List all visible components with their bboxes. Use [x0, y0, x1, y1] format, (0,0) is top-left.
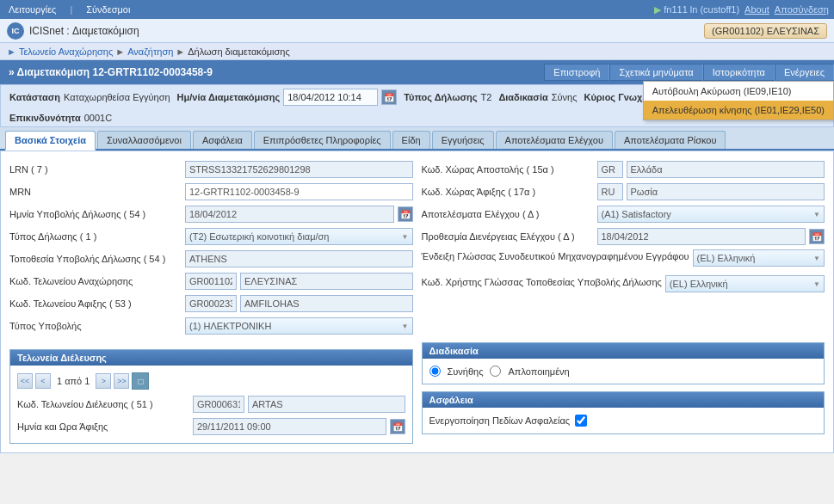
pag-last[interactable]: >>: [114, 373, 129, 389]
tipos-dil-select[interactable]: (T2) Εσωτερική κοινοτική διαμ/ση: [185, 228, 413, 245]
ref-badge: (GR001102) ΕΛΕΥΣΙΝΑΣ: [704, 23, 827, 39]
pag-next[interactable]: >: [96, 373, 111, 389]
kwd-xwras-apost-code[interactable]: [597, 161, 623, 178]
teloneia-title: Τελωνεία Διέλευσης: [10, 350, 412, 366]
kwd-xwras-afixis-desc[interactable]: [627, 183, 825, 200]
kwd-tel-diel-code[interactable]: [193, 396, 244, 413]
kwd-anach-label: Κωδ. Τελωνείου Αναχώρησης: [9, 276, 182, 286]
teloneia-section: Τελωνεία Διέλευσης << < 1 από 1 > >> □ Κ…: [9, 349, 413, 444]
epikindynotita-value: 0001C: [84, 113, 112, 123]
pag-info: 1 από 1: [53, 376, 93, 386]
btn-sxetika[interactable]: Σχετικά μηνύματα: [609, 64, 702, 81]
tab-apotel-elegxou[interactable]: Αποτελέσματα Ελέγχου: [496, 131, 613, 149]
breadcrumb-item-1[interactable]: Αναζήτηση: [127, 46, 173, 57]
mrn-label: MRN: [9, 187, 182, 197]
dropdown-item-1[interactable]: Απελευθέρωση κίνησης (ΙΕ01,ΙΕ29,ΙΕ50): [644, 101, 833, 120]
kwd-xrhstis-select[interactable]: (EL) Ελληνική: [665, 275, 825, 292]
app-logo: IC: [7, 22, 24, 40]
tipos-ypov-select[interactable]: (1) ΗΛΕΚΤΡΟΝΙΚΗ: [185, 317, 413, 335]
asfaleia-title: Ασφάλεια: [423, 392, 825, 408]
tab-asfaleia[interactable]: Ασφάλεια: [193, 131, 252, 149]
btn-epistrofi[interactable]: Επιστροφή: [544, 64, 609, 81]
asfaleia-box: Ασφάλεια Ενεργοποίηση Πεδίων Ασφαλείας: [422, 391, 825, 434]
diadikasia-aplopoiimeni-label: Απλοποιημένη: [508, 366, 569, 377]
hm-label: Ημ/νία Διαμετακόμισης: [177, 92, 281, 102]
hm-ypovolis-input[interactable]: [185, 206, 394, 223]
page-title: » Διαμετακόμιση 12-GRTR1102-0003458-9: [0, 66, 544, 78]
tipos-ypov-label: Τύπος Υποβολής: [9, 321, 182, 331]
katastasi-label: Κατάσταση: [9, 92, 60, 102]
kwd-xwras-afixis-code[interactable]: [597, 183, 623, 200]
kwd-xwras-apost-desc[interactable]: [627, 161, 825, 178]
hm-ypovolis-label: Ημνία Υποβολής Δήλωσης ( 54 ): [9, 209, 182, 219]
menu-leitourgies[interactable]: Λειτουργίες: [5, 4, 59, 15]
main-header: » Διαμετακόμιση 12-GRTR1102-0003458-9 Επ…: [0, 60, 834, 84]
tipos-dil-label: Τύπος Δήλωσης ( 1 ): [9, 231, 182, 242]
energeies-dropdown: Αυτόβουλη Ακύρωση (ΙΕ09,ΙΕ10) Απελευθέρω…: [643, 81, 834, 120]
dropdown-item-0[interactable]: Αυτόβουλη Ακύρωση (ΙΕ09,ΙΕ10): [644, 82, 833, 101]
asfaleia-checkbox[interactable]: [575, 415, 587, 427]
left-form: LRN ( 7 ) MRN Ημνία Υποβολής Δήλωσης ( 5…: [9, 160, 413, 335]
apot-elegxou-select[interactable]: (A1) Satisfactory: [597, 206, 825, 223]
kwd-afixis-label: Κωδ. Τελωνείου Άφιξης ( 53 ): [9, 298, 182, 309]
content-area: LRN ( 7 ) MRN Ημνία Υποβολής Δήλωσης ( 5…: [0, 151, 834, 453]
logout-link[interactable]: Αποσύνδεση: [775, 4, 829, 15]
kwd-xrhstis-label: Κωδ. Χρήστης Γλώσσας Τοποθεσίας Υποβολής…: [422, 275, 662, 287]
diadikasia-title: Διαδικασία: [423, 343, 825, 359]
hm-afixis-calendar-icon[interactable]: 📅: [390, 419, 405, 434]
endeiksi-glwssas-label: Ένδειξη Γλώσσας Συνοδευτικού Μηχανογραφη…: [422, 249, 689, 261]
kwd-afixis-code[interactable]: [185, 295, 237, 312]
hm-ypovolis-calendar-icon[interactable]: 📅: [398, 206, 413, 222]
kwd-afixis-desc[interactable]: [240, 295, 413, 312]
tab-vasika[interactable]: Βασικά Στοιχεία: [5, 131, 96, 151]
proth-dienerg-label: Προθεσμία Διενέργειας Ελέγχου ( Δ ): [422, 231, 594, 242]
tipos-value: T2: [481, 92, 492, 102]
proth-dienerg-calendar-icon[interactable]: 📅: [809, 229, 825, 244]
katastasi-value: Καταχωρηθείσα Εγγύηση: [64, 92, 170, 102]
hm-calendar-icon[interactable]: 📅: [381, 89, 397, 105]
about-link[interactable]: About: [744, 4, 769, 15]
btn-energeies[interactable]: Ενέργειες: [775, 64, 834, 80]
kwd-tel-diel-desc[interactable]: [248, 396, 405, 413]
top-bar: Λειτουργίες | Σύνδεσμοι ▶ fn111 ln (cust…: [0, 0, 834, 19]
kwd-xwras-apost-label: Κωδ. Χώρας Αποστολής ( 15α ): [422, 164, 594, 175]
diadikasia-value: Σύνης: [552, 92, 578, 102]
tipos-label: Τύπος Δήλωσης: [404, 92, 477, 102]
lrn-label: LRN ( 7 ): [9, 164, 182, 175]
user-info: ▶ fn111 ln (custoff1): [654, 4, 739, 15]
btn-istorikotita[interactable]: Ιστορικότητα: [703, 64, 775, 81]
tab-apotel-riskou[interactable]: Αποτελέσματα Ρίσκου: [615, 131, 726, 149]
pag-first[interactable]: <<: [17, 373, 33, 389]
hm-afixis-label: Ημνία και Ωρα Άφιξης: [17, 421, 189, 432]
tab-eidi[interactable]: Είδη: [392, 131, 430, 149]
tab-synallassomenoi[interactable]: Συναλλασσόμενοι: [97, 131, 191, 149]
second-bar: IC ICISnet : Διαμετακόμιση (GR001102) ΕΛ…: [0, 19, 834, 43]
mrn-input[interactable]: [185, 183, 413, 200]
apot-elegxou-label: Αποτελέσματα Ελέγχου ( Δ ): [422, 209, 594, 219]
kwd-anach-code[interactable]: [185, 273, 237, 290]
hm-input[interactable]: [283, 89, 378, 106]
tab-eggyiseis[interactable]: Εγγυήσεις: [432, 131, 494, 149]
pag-prev[interactable]: <: [35, 373, 51, 389]
diadikasia-aplopoiimeni-radio[interactable]: [490, 366, 501, 377]
right-form: Κωδ. Χώρας Αποστολής ( 15α ) Κωδ. Χώρας …: [422, 160, 825, 335]
pag-add-icon[interactable]: □: [132, 372, 149, 390]
kwd-tel-diel-label: Κωδ. Τελωνείου Διέλευσης ( 51 ): [17, 399, 189, 409]
tab-epiprostheta[interactable]: Επιπρόσθετες Πληροφορίες: [254, 131, 391, 149]
breadcrumb: ► Τελωνείο Αναχώρησης ► Αναζήτηση ► Δήλω…: [0, 43, 834, 60]
hm-afixis-input[interactable]: [193, 418, 386, 435]
endeiksi-glwssas-select[interactable]: (EL) Ελληνική: [693, 249, 825, 267]
breadcrumb-item-0[interactable]: Τελωνείο Αναχώρησης: [19, 46, 113, 57]
lrn-input[interactable]: [185, 161, 413, 178]
proth-dienerg-input[interactable]: [597, 228, 806, 245]
diadikasia-synithis-radio[interactable]: [429, 366, 441, 377]
kwd-anach-desc[interactable]: [240, 273, 413, 290]
breadcrumb-item-2: Δήλωση διαμετακόμισης: [188, 46, 290, 57]
menu-syndesmoi[interactable]: Σύνδεσμοι: [83, 4, 133, 15]
topos-input[interactable]: [185, 250, 413, 267]
kwd-xwras-afixis-label: Κωδ. Χώρας Άφιξης ( 17α ): [422, 187, 594, 197]
diadikasia-synithis-label: Συνήθης: [448, 366, 484, 377]
diadikasia-box: Διαδικασία Συνήθης Απλοποιημένη: [422, 342, 825, 384]
asfaleia-label: Ενεργοποίηση Πεδίων Ασφαλείας: [429, 415, 571, 426]
app-title: ICISnet : Διαμετακόμιση: [29, 25, 139, 37]
